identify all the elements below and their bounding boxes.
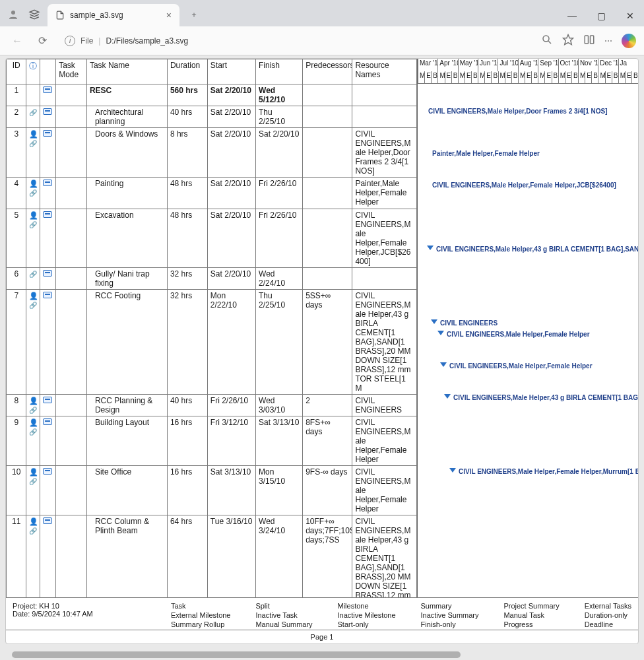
back-button[interactable]: ←: [8, 32, 26, 50]
task-grid: ID ⓘ Task Mode Task Name Duration Start …: [6, 59, 418, 597]
col-id[interactable]: ID: [7, 59, 26, 84]
cell-start: Mon 2/22/10: [207, 290, 255, 395]
cell-finish: Sat 3/13/10: [256, 416, 303, 466]
col-dur[interactable]: Duration: [167, 59, 207, 84]
cell-finish: Wed 3/03/10: [256, 395, 303, 416]
col-ind2[interactable]: [40, 59, 55, 84]
cell-mode-icon: [40, 416, 55, 466]
cell-mode-icon: [40, 466, 55, 515]
svg-rect-4: [585, 36, 588, 44]
more-icon[interactable]: ⋯: [604, 36, 612, 46]
cell-id: 1: [7, 84, 26, 106]
col-mode[interactable]: Task Mode: [56, 59, 87, 84]
minimize-button[interactable]: —: [564, 11, 581, 21]
gantt-bar-label: CIVIL ENGINEERS,Male Helper,Female Helpe…: [459, 468, 638, 475]
cell-id: 8: [7, 395, 26, 416]
window-controls: — ▢ ✕: [564, 11, 639, 21]
cell-name: Doors & Windows: [86, 128, 167, 178]
cell-mode: [56, 128, 87, 178]
maximize-button[interactable]: ▢: [593, 11, 610, 21]
zoom-icon[interactable]: [541, 34, 553, 48]
task-row[interactable]: 10👤🔗Site Office16 hrsSat 3/13/10Mon 3/15…: [7, 466, 417, 515]
address-bar[interactable]: i File | D:/Files/sample_a3.svg: [58, 33, 534, 49]
cell-start: Sat 2/20/10: [207, 106, 255, 128]
workspaces-icon[interactable]: [26, 7, 42, 22]
col-info[interactable]: ⓘ: [26, 59, 40, 84]
cell-finish: Sat 2/20/10: [256, 128, 303, 178]
cell-mode-icon: [40, 209, 55, 268]
task-row[interactable]: 7👤🔗RCC Footing32 hrsMon 2/22/10Thu 2/25/…: [7, 290, 417, 395]
gantt-bar-label: CIVIL ENGINEERS,Male Helper,Female Helpe…: [447, 331, 590, 338]
cell-predecessors: [303, 209, 352, 268]
legend-item: Manual Task: [503, 611, 559, 619]
cell-start: Sat 2/20/10: [207, 268, 255, 290]
cell-predecessors: [303, 128, 352, 178]
cell-indicator: 👤🔗: [26, 515, 40, 598]
cell-id: 9: [7, 416, 26, 466]
col-finish[interactable]: Finish: [256, 59, 303, 84]
gantt-marker-icon: [437, 331, 444, 335]
browser-tab[interactable]: sample_a3.svg ×: [48, 4, 179, 26]
cell-mode-icon: [40, 128, 55, 178]
cell-finish: Fri 2/26/10: [256, 178, 303, 209]
cell-name: RESC: [86, 84, 167, 106]
copilot-icon[interactable]: [622, 34, 636, 48]
gantt-bar-label: Painter,Male Helper,Female Helper: [432, 150, 540, 157]
new-tab-button[interactable]: ＋: [185, 5, 203, 24]
legend-column: External TasksDuration-onlyDeadline: [585, 602, 631, 628]
gantt-bar-row: CIVIL ENGINEERS,Male Helper,Female Helpe…: [418, 182, 638, 189]
task-row[interactable]: 2🔗Architechtural planning40 hrsSat 2/20/…: [7, 106, 417, 128]
gantt-marker-icon: [427, 246, 434, 250]
task-row[interactable]: 1RESC560 hrsSat 2/20/10Wed 5/12/10: [7, 84, 417, 106]
tab-close-icon[interactable]: ×: [166, 10, 172, 20]
cell-mode-icon: [40, 515, 55, 598]
cell-duration: 560 hrs: [167, 84, 207, 106]
cell-duration: 64 hrs: [167, 515, 207, 598]
task-row[interactable]: 8👤🔗RCC Planning & Design40 hrsFri 2/26/1…: [7, 395, 417, 416]
cell-id: 7: [7, 290, 26, 395]
cell-predecessors: 2: [303, 395, 352, 416]
favorite-icon[interactable]: [562, 34, 574, 48]
cell-predecessors: [303, 178, 352, 209]
task-row[interactable]: 5👤🔗Excavation48 hrsSat 2/20/10Fri 2/26/1…: [7, 209, 417, 268]
svg-rect-5: [591, 36, 594, 44]
gantt-timescale-top: Mar '10Apr '10May '10Jun '10Jul '10Aug '…: [418, 59, 638, 71]
cell-mode: [56, 416, 87, 466]
cell-finish: Wed 5/12/10: [256, 84, 303, 106]
gantt-bar-row: CIVIL ENGINEERS,Male Helper,Female Helpe…: [418, 362, 638, 370]
site-info-icon[interactable]: i: [65, 36, 75, 46]
cell-duration: 32 hrs: [167, 268, 207, 290]
refresh-button[interactable]: ⟳: [33, 32, 51, 50]
address-scheme: File: [80, 36, 93, 46]
close-button[interactable]: ✕: [622, 11, 639, 21]
task-row[interactable]: 11👤🔗RCC Column & Plinth Beam64 hrsTue 3/…: [7, 515, 417, 598]
cell-mode: [56, 209, 87, 268]
task-row[interactable]: 9👤🔗Building Layout16 hrsFri 3/12/10Sat 3…: [7, 416, 417, 466]
split-screen-icon[interactable]: [583, 34, 595, 48]
col-name[interactable]: Task Name: [86, 59, 167, 84]
cell-mode: [56, 84, 87, 106]
task-row[interactable]: 3👤🔗Doors & Windows8 hrsSat 2/20/10Sat 2/…: [7, 128, 417, 178]
legend-item: Project Summary: [503, 602, 559, 610]
legend-item: Summary Rollup: [171, 620, 231, 628]
col-res[interactable]: Resource Names: [352, 59, 417, 84]
svg-line-2: [548, 41, 551, 44]
legend-item: Inactive Task: [255, 611, 312, 619]
cell-resources: [352, 106, 417, 128]
horizontal-scrollbar[interactable]: [0, 649, 644, 660]
cell-id: 6: [7, 268, 26, 290]
cell-finish: Wed 2/24/10: [256, 268, 303, 290]
cell-duration: 40 hrs: [167, 395, 207, 416]
cell-id: 10: [7, 466, 26, 515]
col-pred[interactable]: Predecessors: [303, 59, 352, 84]
scrollbar-thumb[interactable]: [12, 651, 461, 658]
profile-icon[interactable]: [5, 7, 21, 22]
task-row[interactable]: 6🔗Gully/ Nani trap fixing32 hrsSat 2/20/…: [7, 268, 417, 290]
file-icon: [55, 11, 65, 20]
cell-duration: 32 hrs: [167, 290, 207, 395]
col-start[interactable]: Start: [207, 59, 255, 84]
legend-column: SplitInactive TaskManual Summary: [255, 602, 312, 628]
task-row[interactable]: 4👤🔗Painting48 hrsSat 2/20/10Fri 2/26/10P…: [7, 178, 417, 209]
legend-item: External Milestone: [171, 611, 231, 619]
legend-item: Inactive Summary: [420, 611, 478, 619]
